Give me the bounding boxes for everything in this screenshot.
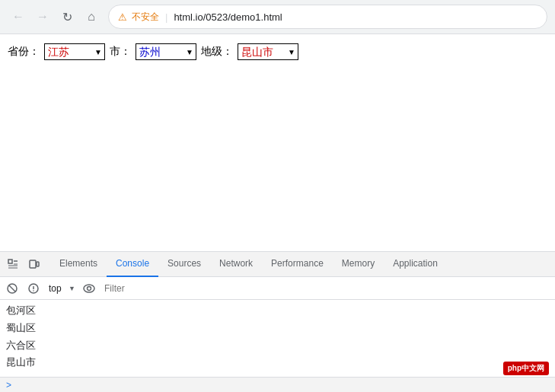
pause-exceptions-button[interactable] [24,279,43,298]
inspect-element-button[interactable] [3,254,23,274]
url-text: html.io/0523/demo1.html [174,11,282,23]
city-label: 市： [110,45,131,59]
back-button[interactable]: ← [8,6,29,27]
clear-console-button[interactable] [3,279,21,298]
address-bar[interactable]: ⚠ 不安全 | html.io/0523/demo1.html [108,5,547,29]
svg-point-11 [33,290,34,292]
city-select[interactable]: 苏州 [136,43,196,60]
console-line: 蜀山区 [6,320,549,338]
reload-button[interactable]: ↻ [56,6,78,27]
home-button[interactable]: ⌂ [81,6,102,27]
svg-rect-5 [30,260,36,268]
context-select[interactable]: top [46,282,77,295]
console-toolbar: top [0,277,555,300]
browser-chrome: ← → ↻ ⌂ ⚠ 不安全 | html.io/0523/demo1.html [0,0,555,34]
console-line: 包河区 [6,303,549,320]
nav-buttons: ← → ↻ ⌂ [8,6,102,27]
province-select[interactable]: 江苏 [44,43,105,60]
form-row: 省份： 江苏 市： 苏州 地级： 昆山市 [8,43,547,60]
tab-network[interactable]: Network [210,252,262,277]
district-select-wrapper: 昆山市 [238,43,298,60]
city-select-wrapper: 苏州 [136,43,196,60]
devtools-panel: Elements Console Sources Network Perform… [0,251,555,392]
console-prompt-arrow[interactable]: > [6,380,11,390]
province-label: 省份： [8,45,40,59]
context-select-wrapper: top [46,282,77,295]
tab-console[interactable]: Console [107,252,158,277]
tab-performance[interactable]: Performance [262,252,333,277]
district-select[interactable]: 昆山市 [238,43,298,60]
forward-button[interactable]: → [32,6,53,27]
svg-rect-0 [8,260,12,263]
district-label: 地级： [201,45,233,59]
svg-rect-6 [37,262,39,266]
svg-line-8 [9,285,15,292]
tab-memory[interactable]: Memory [333,252,384,277]
devtools-bottom-bar: > [0,377,555,392]
security-icon: ⚠ [118,11,127,23]
tab-sources[interactable]: Sources [158,252,210,277]
console-line: 昆山市 [6,355,549,372]
eye-icon-button[interactable] [80,279,98,298]
browser-toolbar: ← → ↻ ⌂ ⚠ 不安全 | html.io/0523/demo1.html [0,0,555,33]
province-select-wrapper: 江苏 [44,43,105,60]
console-output: 包河区 蜀山区 六合区 昆山市 [0,300,555,375]
device-toolbar-button[interactable] [24,254,44,274]
url-separator: | [165,11,167,23]
svg-point-12 [84,285,94,292]
security-text: 不安全 [132,11,159,24]
tab-elements[interactable]: Elements [50,252,107,277]
page-content: 省份： 江苏 市： 苏州 地级： 昆山市 [0,34,555,252]
filter-input[interactable] [101,282,552,295]
tab-application[interactable]: Application [384,252,447,277]
console-line: 六合区 [6,338,549,355]
devtools-icon-group [3,254,44,274]
devtools-tab-bar: Elements Console Sources Network Perform… [0,252,555,277]
php-badge-text: php中文网 [508,364,544,372]
svg-point-13 [88,286,91,290]
php-badge: php中文网 [503,362,549,375]
